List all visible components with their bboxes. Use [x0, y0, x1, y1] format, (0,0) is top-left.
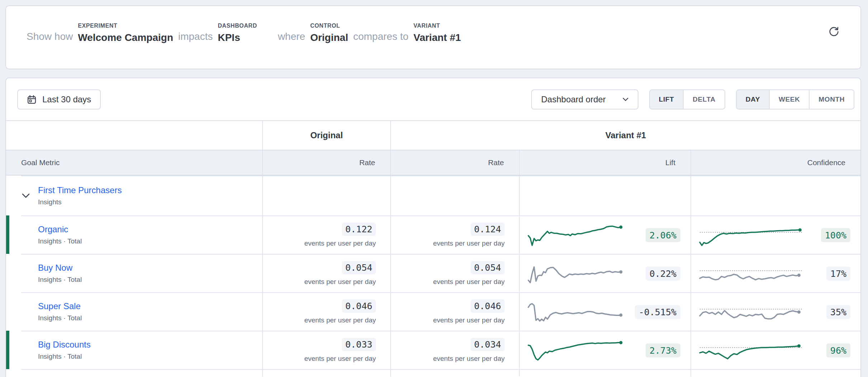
metric-link[interactable]: Buy Now: [38, 263, 72, 273]
confidence-sparkline: [698, 260, 805, 288]
parent-metric-row: First Time Purchasers Insights: [6, 176, 860, 215]
toggle-month[interactable]: MONTH: [809, 90, 854, 109]
variant-rate-value: 0.054: [471, 261, 505, 274]
variant-label: VARIANT: [414, 23, 461, 29]
control-rate-cell: 0.033 events per user per day: [262, 331, 390, 369]
variant-rate-value: 0.124: [471, 223, 505, 236]
chevron-down-icon: [623, 98, 628, 101]
toolbar-right-group: Dashboard order LIFT DELTA DAY WEEK MONT…: [531, 89, 854, 110]
metric-link[interactable]: Organic: [38, 224, 68, 234]
query-word-where: where: [278, 31, 305, 43]
variant-field[interactable]: VARIANT Variant #1: [414, 23, 461, 43]
toolbar: Last 30 days Dashboard order LIFT DELTA …: [6, 78, 860, 110]
date-range-button[interactable]: Last 30 days: [17, 89, 101, 110]
toggle-lift[interactable]: LIFT: [650, 90, 683, 109]
col-lift: Lift: [519, 150, 690, 175]
toggle-day[interactable]: DAY: [737, 90, 769, 109]
calendar-icon: [27, 95, 37, 104]
lift-sparkline: [526, 298, 626, 326]
lift-badge: 2.06%: [646, 228, 680, 242]
control-rate-value: 0.054: [342, 261, 376, 274]
lift-sparkline: [526, 336, 626, 364]
lift-badge: 2.73%: [646, 343, 680, 357]
control-rate-value: 0.046: [342, 299, 376, 313]
lift-cell: 2.06%: [519, 215, 690, 254]
rate-unit: events per user per day: [433, 239, 505, 247]
metric-source: Insights · Total: [38, 314, 262, 322]
rate-unit: events per user per day: [304, 355, 376, 363]
lift-cell: 2.73%: [519, 331, 690, 369]
confidence-cell: 17%: [690, 254, 860, 292]
granularity-toggle: DAY WEEK MONTH: [736, 89, 854, 110]
variant-rate-cell: 0.046 events per user per day: [390, 292, 519, 331]
control-value[interactable]: Original: [310, 32, 348, 43]
lift-delta-toggle: LIFT DELTA: [649, 89, 725, 110]
report-card: Last 30 days Dashboard order LIFT DELTA …: [5, 78, 861, 377]
variant-rate-cell: 0.124 events per user per day: [390, 215, 519, 254]
variant-rate-cell: 0.054 events per user per day: [390, 254, 519, 292]
confidence-badge: 100%: [821, 228, 850, 242]
column-header-row: Goal Metric Rate Rate Lift Confidence: [6, 150, 860, 176]
control-rate-cell: 0.122 events per user per day: [262, 215, 390, 254]
control-rate-value: 0.122: [342, 223, 376, 236]
variant-group-header: Variant #1: [390, 121, 860, 150]
query-word-show-how: Show how: [27, 31, 73, 43]
variant-rate-cell: 0.034 events per user per day: [390, 331, 519, 369]
confidence-badge: 96%: [826, 343, 850, 357]
refresh-button[interactable]: [827, 25, 841, 39]
lift-badge: -0.515%: [635, 305, 680, 319]
toggle-delta[interactable]: DELTA: [683, 90, 725, 109]
confidence-badge: 35%: [826, 305, 850, 319]
query-word-impacts: impacts: [178, 31, 213, 43]
confidence-sparkline: [698, 298, 805, 326]
metric-row-organic: Organic Insights · Total 0.122 events pe…: [6, 215, 860, 254]
col-goal-metric: Goal Metric: [6, 150, 262, 175]
variant-value[interactable]: Variant #1: [414, 32, 461, 43]
metric-link[interactable]: Super Sale: [38, 301, 81, 311]
control-label: CONTROL: [310, 23, 348, 29]
confidence-cell: 96%: [690, 331, 860, 369]
col-control-rate: Rate: [262, 150, 390, 175]
col-variant-rate: Rate: [390, 150, 519, 175]
collapse-chevron-icon[interactable]: [20, 192, 31, 199]
metric-row-big-discounts: Big Discounts Insights · Total 0.033 eve…: [6, 331, 860, 369]
confidence-cell: 35%: [690, 292, 860, 331]
results-table: Original Variant #1 Goal Metric Rate Rat…: [6, 120, 860, 377]
experiment-field[interactable]: EXPERIMENT Welcome Campaign: [78, 23, 173, 43]
rate-unit: events per user per day: [433, 278, 505, 286]
rate-unit: events per user per day: [304, 316, 376, 324]
group-header-row: Original Variant #1: [6, 121, 860, 150]
metric-source: Insights: [38, 198, 262, 206]
rate-unit: events per user per day: [433, 316, 505, 324]
metric-link[interactable]: Big Discounts: [38, 340, 91, 350]
control-group-header: Original: [262, 121, 390, 150]
metric-row-buy-now: Buy Now Insights · Total 0.054 events pe…: [6, 254, 860, 292]
experiment-label: EXPERIMENT: [78, 23, 173, 29]
date-range-label: Last 30 days: [42, 94, 91, 104]
query-builder-card: Show how EXPERIMENT Welcome Campaign imp…: [5, 5, 861, 69]
confidence-sparkline: [698, 221, 805, 249]
variant-rate-value: 0.046: [471, 299, 505, 313]
metric-source: Insights · Total: [38, 276, 262, 284]
dashboard-order-select[interactable]: Dashboard order: [531, 89, 638, 110]
dashboard-label: DASHBOARD: [218, 23, 257, 29]
lift-cell: -0.515%: [519, 292, 690, 331]
lift-sparkline: [526, 260, 626, 288]
query-word-compares-to: compares to: [353, 31, 409, 43]
metric-link-first-time-purchasers[interactable]: First Time Purchasers: [38, 185, 122, 195]
metric-source: Insights · Total: [38, 353, 262, 360]
metric-row-super-sale: Super Sale Insights · Total 0.046 events…: [6, 292, 860, 331]
dashboard-value[interactable]: KPIs: [218, 32, 257, 43]
confidence-badge: 17%: [826, 266, 850, 280]
control-field[interactable]: CONTROL Original: [310, 23, 348, 43]
experiment-value[interactable]: Welcome Campaign: [78, 32, 173, 43]
query-sentence: Show how EXPERIMENT Welcome Campaign imp…: [6, 6, 860, 43]
partial-next-row: [6, 369, 860, 377]
dashboard-field[interactable]: DASHBOARD KPIs: [218, 23, 257, 43]
group-header-spacer: [6, 121, 262, 150]
confidence-cell: 100%: [690, 215, 860, 254]
refresh-icon: [827, 25, 840, 38]
toggle-week[interactable]: WEEK: [769, 90, 809, 109]
rate-unit: events per user per day: [433, 355, 505, 363]
control-rate-cell: 0.046 events per user per day: [262, 292, 390, 331]
